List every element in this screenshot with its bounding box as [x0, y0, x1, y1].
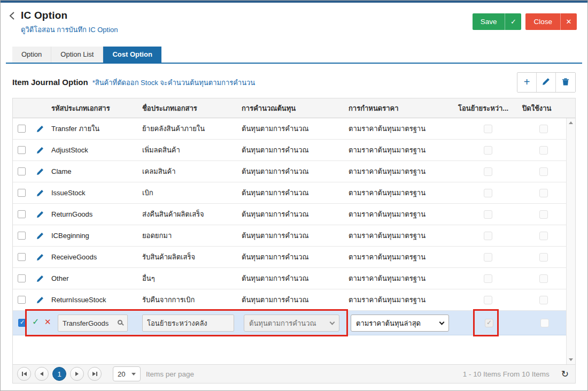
first-page-icon: [22, 372, 23, 376]
cell-price: ตามราคาต้นทุนมาตรฐาน: [347, 273, 457, 284]
tab-option-list[interactable]: Option List: [51, 47, 103, 63]
cell-disable-checkbox: [539, 210, 548, 219]
edit-row-button[interactable]: [537, 73, 556, 92]
cell-price: ตามราคาต้นทุนมาตรฐาน: [347, 144, 457, 156]
tab-bar: Option Option List Cost Option: [6, 46, 582, 64]
section-note: *สินค้าที่ตัดออก Stock จะคำนวนต้นทุนตามก…: [92, 77, 256, 88]
table-row: Transfer ภายใน ย้ายคลังสินค้าภายใน ต้นทุ…: [13, 118, 575, 140]
row-edit-pencil-icon[interactable]: [36, 125, 44, 133]
price-method-value: ตามราคาต้นทุนล่าสุด: [356, 318, 421, 329]
tab-cost-option[interactable]: Cost Option: [103, 47, 161, 63]
cell-disable-checkbox: [539, 253, 548, 262]
scroll-down-icon[interactable]: [569, 358, 573, 361]
cell-code: ReturnGoods: [50, 210, 141, 218]
cell-transfer-checkbox: [484, 210, 492, 219]
row-checkbox[interactable]: [18, 167, 26, 175]
cell-transfer-checkbox: [484, 125, 492, 133]
header-cost: การคำนวณต้นทุน: [241, 103, 347, 114]
cell-code: IssueStock: [50, 189, 141, 197]
row-checkbox[interactable]: [18, 253, 26, 261]
search-icon[interactable]: [118, 320, 122, 325]
row-checkbox[interactable]: [18, 296, 26, 304]
row-edit-pencil-icon[interactable]: [36, 189, 44, 197]
cell-name: ยอดยกมา: [141, 230, 241, 241]
table-row: ReceiveGoods รับสินค้าผลิตเสร็จ ต้นทุนตา…: [13, 247, 575, 268]
items-range-label: 1 - 10 Items From 10 Items: [463, 370, 550, 378]
cancel-icon[interactable]: ✕: [44, 317, 51, 327]
save-button-label: Save: [473, 13, 505, 30]
save-check-icon[interactable]: ✓: [505, 13, 521, 30]
row-checkbox[interactable]: [18, 146, 26, 154]
table-body-rows: Transfer ภายใน ย้ายคลังสินค้าภายใน ต้นทุ…: [13, 118, 575, 311]
save-button[interactable]: Save ✓: [473, 13, 522, 30]
cell-cost: ต้นทุนตามการคำนวณ: [241, 230, 347, 241]
row-edit-pencil-icon[interactable]: [36, 296, 44, 304]
tab-option[interactable]: Option: [12, 47, 51, 63]
scroll-up-icon[interactable]: [569, 121, 573, 124]
item-journal-table: รหัสประเภทเอกสาร ชื่อประเภทเอกสาร การคำน…: [12, 98, 576, 364]
cost-method-value: ต้นทุนตามการคำนวณ: [249, 318, 316, 329]
page-size-select[interactable]: 20: [113, 366, 141, 381]
cell-transfer-checkbox: [484, 253, 492, 262]
cell-transfer-checkbox: [484, 189, 492, 197]
row-checkbox[interactable]: [18, 125, 26, 133]
row-checkbox[interactable]: [18, 232, 26, 240]
next-page-button[interactable]: [70, 367, 84, 381]
row-edit-pencil-icon[interactable]: [36, 211, 44, 218]
cell-price: ตามราคาต้นทุนมาตรฐาน: [347, 251, 457, 263]
cell-disable-checkbox: [539, 232, 548, 240]
cell-price: ตามราคาต้นทุนมาตรฐาน: [347, 187, 457, 198]
row-edit-pencil-icon[interactable]: [36, 232, 44, 240]
confirm-icon[interactable]: ✓: [32, 317, 39, 327]
row-edit-pencil-icon[interactable]: [36, 275, 44, 282]
cell-disable-checkbox: [539, 274, 548, 283]
back-chevron-icon[interactable]: [9, 11, 17, 20]
row-checkbox[interactable]: [18, 189, 26, 197]
cell-cost: ต้นทุนตามการคำนวณ: [241, 209, 347, 220]
video-tutorial-link[interactable]: ดูวิดีโอสอน การบันทึก IC Option: [21, 24, 118, 35]
cost-method-select[interactable]: ต้นทุนตามการคำนวณ: [244, 315, 339, 332]
cell-cost: ต้นทุนตามการคำนวณ: [241, 123, 347, 134]
table-row: ReturnGoods ส่งคืนสินค้าผลิตเสร็จ ต้นทุน…: [13, 204, 575, 225]
row-edit-pencil-icon[interactable]: [36, 168, 44, 175]
delete-row-button[interactable]: [556, 73, 575, 92]
vertical-scrollbar[interactable]: [566, 118, 575, 364]
page-1-button[interactable]: 1: [52, 367, 66, 381]
header-code: รหัสประเภทเอกสาร: [50, 103, 141, 114]
pagination-bar: 1 20 Items per page 1 - 10 Items From 10…: [12, 364, 576, 384]
prev-page-button[interactable]: [35, 367, 49, 381]
name-input[interactable]: [142, 315, 234, 332]
cell-code: AdjustStock: [50, 146, 141, 154]
transfer-checkbox-checked: [485, 319, 493, 327]
row-checkbox[interactable]: [18, 274, 26, 282]
last-page-icon: [96, 372, 97, 376]
close-x-icon[interactable]: ✕: [560, 13, 577, 30]
close-button[interactable]: Close ✕: [525, 13, 577, 30]
cell-cost: ต้นทุนตามการคำนวณ: [241, 144, 347, 156]
chevron-down-icon: [330, 319, 335, 325]
cell-transfer-checkbox: [484, 146, 492, 155]
cell-transfer-checkbox: [484, 167, 492, 176]
close-button-label: Close: [525, 13, 560, 30]
last-page-button[interactable]: [88, 367, 102, 381]
cell-code: ICBeginning: [50, 232, 141, 240]
add-row-button[interactable]: +: [517, 73, 537, 92]
first-page-button[interactable]: [17, 367, 31, 381]
row-checkbox[interactable]: [18, 210, 26, 218]
row-edit-pencil-icon[interactable]: [36, 147, 44, 154]
refresh-icon[interactable]: ↻: [561, 369, 569, 379]
section-head: Item Journal Option *สินค้าที่ตัดออก Sto…: [1, 64, 587, 98]
row-edit-pencil-icon[interactable]: [36, 254, 44, 261]
table-row: AdjustStock เพิ่มลดสินค้า ต้นทุนตามการคำ…: [13, 140, 575, 161]
table-row: IssueStock เบิก ต้นทุนตามการคำนวณ ตามราค…: [13, 182, 575, 204]
cell-name: เพิ่มลดสินค้า: [141, 144, 241, 156]
cell-name: รับสินค้าผลิตเสร็จ: [141, 251, 241, 263]
cell-transfer-checkbox: [484, 274, 492, 283]
edit-row-checkbox[interactable]: [18, 319, 26, 327]
first-page-icon: [24, 372, 27, 376]
price-method-select[interactable]: ตามราคาต้นทุนล่าสุด: [351, 315, 449, 332]
cell-name: เบิก: [141, 187, 241, 198]
cell-disable-checkbox: [539, 189, 548, 197]
cell-name: เคลมสินค้า: [141, 166, 241, 177]
plus-icon: +: [524, 76, 530, 87]
